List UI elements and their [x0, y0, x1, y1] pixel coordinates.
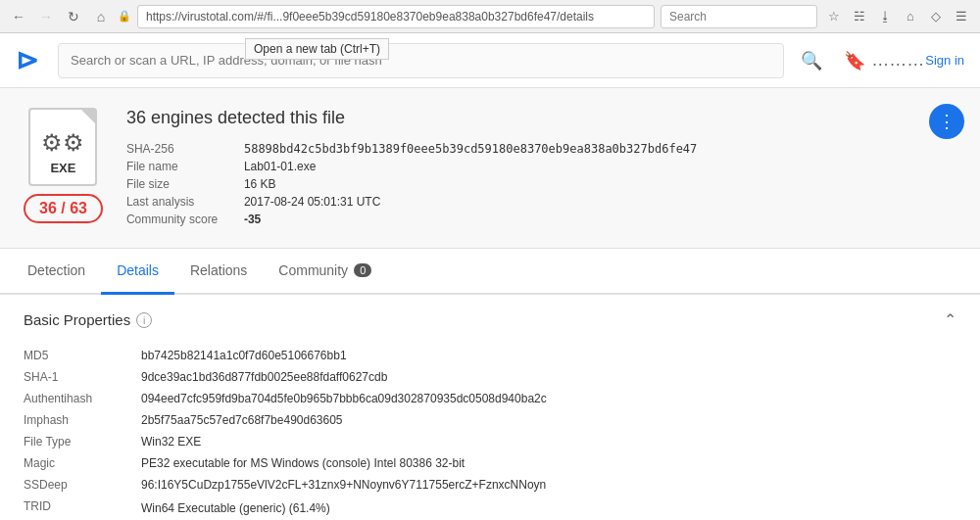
app-header: ⊳ 🔍 🔖 ……… Sign in — [0, 33, 980, 88]
table-row: MagicPE32 executable for MS Windows (con… — [24, 452, 956, 474]
header-actions: 🔍 🔖 ……… Sign in — [796, 45, 964, 76]
content-area: Basic Properties i ⌃ MD5bb7425b82141a1c0… — [0, 295, 980, 520]
browser-search-input[interactable] — [661, 5, 817, 28]
prop-label: TRID — [24, 496, 141, 520]
home-button[interactable]: ⌂ — [90, 6, 112, 27]
main-search-input[interactable] — [58, 43, 784, 78]
filesize-value: 16 KB — [244, 175, 697, 193]
file-icon-container: ⚙⚙ EXE 36 / 63 — [24, 108, 103, 223]
basic-properties-title: Basic Properties — [24, 311, 130, 328]
tab-relations-label: Relations — [190, 262, 247, 278]
prop-label: SSDeep — [24, 474, 141, 496]
prop-label: MD5 — [24, 345, 141, 366]
last-analysis-value: 2017-08-24 05:01:31 UTC — [244, 193, 697, 211]
tab-detection[interactable]: Detection — [12, 249, 101, 295]
secure-icon: 🔒 — [118, 10, 131, 23]
logo: ⊳ — [16, 44, 38, 76]
meta-filesize-row: File size 16 KB — [126, 175, 697, 193]
info-icon[interactable]: i — [136, 312, 152, 328]
prop-label: Imphash — [24, 409, 141, 431]
bookmark-button[interactable]: ☆ — [823, 6, 845, 27]
file-icon: ⚙⚙ EXE — [28, 108, 97, 186]
tabs-bar: Detection Details Relations Community 0 — [0, 249, 980, 295]
tab-detection-label: Detection — [27, 262, 85, 278]
prop-label: Authentihash — [24, 388, 141, 409]
tab-community[interactable]: Community 0 — [263, 249, 387, 295]
file-icon-corner — [81, 110, 95, 123]
sha256-label: SHA-256 — [126, 140, 244, 158]
tab-community-label: Community — [278, 262, 348, 278]
meta-last-analysis-row: Last analysis 2017-08-24 05:01:31 UTC — [126, 193, 697, 211]
community-score-label: Community score — [126, 211, 244, 228]
url-tooltip: Open a new tab (Ctrl+T) — [245, 38, 389, 60]
sign-in-button[interactable]: Sign in — [925, 53, 964, 68]
filename-value: Lab01-01.exe — [244, 158, 697, 175]
meta-sha256-row: SHA-256 58898bd42c5bd3bf9b1389f0eee5b39c… — [126, 140, 697, 158]
reload-button[interactable]: ↻ — [63, 6, 84, 27]
table-row: Authentihash094eed7cfc959fd9ba704d5fe0b9… — [24, 388, 956, 409]
file-info-section: ⚙⚙ EXE 36 / 63 36 engines detected this … — [0, 88, 980, 249]
table-row: MD5bb7425b82141a1c0f7d60e5106676bb1 — [24, 345, 956, 366]
score-badge: 36 / 63 — [24, 194, 103, 223]
prop-value: 9dce39ac1bd36d877fdb0025ee88fdaff0627cdb — [141, 366, 956, 388]
filesize-label: File size — [126, 175, 244, 193]
bookmark-icon-button[interactable]: 🔖 — [839, 45, 870, 76]
properties-table: MD5bb7425b82141a1c0f7d60e5106676bb1SHA-1… — [24, 345, 956, 520]
logo-icon: ⊳ — [16, 44, 38, 76]
prop-value: Win32 EXE — [141, 431, 956, 452]
tab-details[interactable]: Details — [101, 249, 174, 295]
meta-community-score-row: Community score -35 — [126, 211, 697, 228]
prop-label: Magic — [24, 452, 141, 474]
table-row: Imphash2b5f75aa75c57ed7c68f7be490d63605 — [24, 409, 956, 431]
file-title: 36 engines detected this file — [126, 108, 956, 128]
meta-filename-row: File name Lab01-01.exe — [126, 158, 697, 175]
prop-value: 2b5f75aa75c57ed7c68f7be490d63605 — [141, 409, 956, 431]
download-button[interactable]: ⭳ — [874, 6, 896, 27]
collapse-button[interactable]: ⌃ — [944, 310, 956, 329]
file-meta-table: SHA-256 58898bd42c5bd3bf9b1389f0eee5b39c… — [126, 140, 697, 228]
prop-value: 094eed7cfc959fd9ba704d5fe0b965b7bbb6ca09… — [141, 388, 956, 409]
file-gear-icon: ⚙⚙ — [41, 129, 84, 157]
tab-relations[interactable]: Relations — [174, 249, 263, 295]
community-badge: 0 — [354, 263, 371, 277]
section-title: Basic Properties i — [24, 311, 152, 328]
prop-value: Win64 Executable (generic) (61.4%)Win32 … — [141, 496, 956, 520]
search-icon-button[interactable]: 🔍 — [796, 45, 827, 76]
prop-value: PE32 executable for MS Windows (console)… — [141, 452, 956, 474]
home-nav-button[interactable]: ⌂ — [900, 6, 921, 27]
file-type-label: EXE — [50, 161, 75, 175]
table-row: File TypeWin32 EXE — [24, 431, 956, 452]
menu-button[interactable]: ☰ — [951, 6, 972, 27]
pocket-button[interactable]: ◇ — [925, 6, 947, 27]
back-button[interactable]: ← — [8, 6, 29, 27]
last-analysis-label: Last analysis — [126, 193, 244, 211]
table-row: TRIDWin64 Executable (generic) (61.4%)Wi… — [24, 496, 956, 520]
reader-view-button[interactable]: ☵ — [849, 6, 870, 27]
prop-value: bb7425b82141a1c0f7d60e5106676bb1 — [141, 345, 956, 366]
forward-button[interactable]: → — [35, 6, 57, 27]
sha256-value: 58898bd42c5bd3bf9b1389f0eee5b39cd59180e8… — [244, 140, 697, 158]
browser-chrome: ← → ↻ ⌂ 🔒 Open a new tab (Ctrl+T) ☆ ☵ ⭳ … — [0, 0, 980, 33]
filename-label: File name — [126, 158, 244, 175]
prop-label: SHA-1 — [24, 366, 141, 388]
prop-value: 96:I16Y5CuDzp1755eVlV2cFL+31znx9+NNoynv6… — [141, 474, 956, 496]
url-bar[interactable] — [137, 5, 655, 28]
apps-icon-button[interactable]: ……… — [882, 45, 913, 76]
more-options-button[interactable]: ⋮ — [929, 104, 964, 139]
prop-label: File Type — [24, 431, 141, 452]
community-score-value: -35 — [244, 211, 697, 228]
table-row: SHA-19dce39ac1bd36d877fdb0025ee88fdaff06… — [24, 366, 956, 388]
browser-toolbar-icons: ☆ ☵ ⭳ ⌂ ◇ ☰ — [823, 6, 972, 27]
table-row: SSDeep96:I16Y5CuDzp1755eVlV2cFL+31znx9+N… — [24, 474, 956, 496]
section-header: Basic Properties i ⌃ — [24, 310, 956, 329]
file-details: 36 engines detected this file SHA-256 58… — [126, 108, 956, 228]
tab-details-label: Details — [117, 262, 159, 278]
